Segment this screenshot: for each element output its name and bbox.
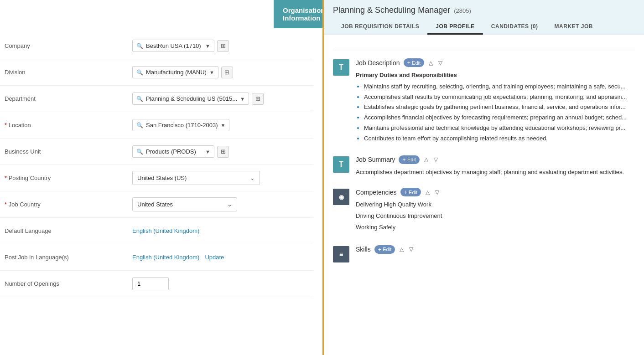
location-dropdown-arrow: ▼	[221, 123, 226, 128]
competency-2: Working Safely	[356, 223, 635, 232]
competencies-down-btn[interactable]: ▽	[434, 189, 440, 196]
number-of-openings-input[interactable]	[132, 277, 169, 290]
company-search-icon: 🔍	[136, 43, 143, 49]
job-summary-up-btn[interactable]: △	[423, 156, 429, 163]
company-select[interactable]: 🔍 BestRun USA (1710) ▼	[132, 40, 214, 52]
competency-0: Delivering High Quality Work	[356, 200, 635, 210]
department-row: Department 🔍 Planning & Scheduling US (5…	[0, 86, 313, 112]
job-country-control: United States ⌄	[132, 197, 313, 211]
location-value: San Francisco (1710-2003)	[146, 122, 218, 129]
job-title: Planning & Scheduling Manager	[333, 5, 450, 15]
business-unit-select[interactable]: 🔍 Products (PRODS) ▼	[132, 145, 214, 158]
company-label: Company	[5, 42, 132, 49]
post-job-language-update[interactable]: Update	[205, 254, 224, 261]
org-info-header: Organisational Information	[274, 0, 324, 28]
posting-country-label: Posting Country	[5, 175, 132, 181]
number-of-openings-label: Number of Openings	[5, 280, 132, 287]
skills-title-row: Skills Edit △ ▽	[356, 245, 635, 254]
posting-country-value: United States (US)	[137, 175, 187, 181]
job-description-title: Job Description	[356, 59, 400, 67]
job-summary-body: Job Summary Edit △ ▽ Accomplishes depart…	[356, 155, 635, 177]
company-dropdown-arrow: ▼	[205, 43, 210, 49]
competencies-up-btn[interactable]: △	[425, 189, 431, 196]
division-select[interactable]: 🔍 Manufacturing (MANU) ▼	[132, 66, 218, 78]
bullet-3: Accomplishes financial objectives by for…	[364, 113, 635, 123]
default-language-value[interactable]: English (United Kingdom)	[132, 227, 199, 234]
content-divider	[333, 49, 635, 49]
location-label: Location	[5, 122, 132, 129]
number-of-openings-row: Number of Openings	[0, 271, 313, 297]
business-unit-grid-btn[interactable]: ⊞	[217, 146, 229, 158]
division-grid-btn[interactable]: ⊞	[221, 67, 233, 78]
default-language-row: Default Language English (United Kingdom…	[0, 218, 313, 244]
business-unit-value: Products (PRODS)	[146, 148, 196, 155]
competency-1: Driving Continuous Improvement	[356, 211, 635, 221]
skills-title: Skills	[356, 246, 371, 253]
department-select[interactable]: 🔍 Planning & Scheduling US (5015... ▼	[132, 93, 249, 105]
job-summary-edit-btn[interactable]: Edit	[399, 155, 420, 164]
competencies-section: ◉ Competencies Edit △ ▽ Delivering High …	[333, 188, 635, 234]
skills-edit-btn[interactable]: Edit	[374, 245, 395, 254]
posting-country-row: Posting Country United States (US) ⌄	[0, 165, 313, 191]
job-description-section: T Job Description Edit △ ▽ Primary Dutie…	[333, 58, 635, 144]
posting-country-chevron: ⌄	[250, 175, 255, 181]
competencies-content: Delivering High Quality Work Driving Con…	[356, 200, 635, 232]
business-unit-control: 🔍 Products (PRODS) ▼ ⊞	[132, 145, 313, 158]
job-summary-content: Accomplishes department objectives by ma…	[356, 168, 635, 177]
job-description-down-btn[interactable]: ▽	[437, 60, 443, 66]
job-description-body: Job Description Edit △ ▽ Primary Duties …	[356, 58, 635, 144]
job-title-row: Planning & Scheduling Manager (2805)	[333, 5, 635, 15]
competencies-title: Competencies	[356, 189, 397, 196]
right-header: Planning & Scheduling Manager (2805) JOB…	[324, 0, 644, 35]
location-select[interactable]: 🔍 San Francisco (1710-2003) ▼	[132, 119, 229, 131]
tab-job-req-details[interactable]: JOB REQUISITION DETAILS	[333, 20, 427, 35]
job-description-heading: Primary Duties and Responsibilities	[356, 72, 457, 78]
division-label: Division	[5, 69, 132, 76]
competencies-title-row: Competencies Edit △ ▽	[356, 188, 635, 196]
job-id: (2805)	[454, 7, 471, 14]
skills-body: Skills Edit △ ▽	[356, 245, 635, 257]
job-description-icon: T	[333, 59, 349, 76]
job-description-title-row: Job Description Edit △ ▽	[356, 58, 635, 67]
posting-country-select[interactable]: United States (US) ⌄	[132, 171, 260, 185]
bullet-2: Establishes strategic goals by gathering…	[364, 103, 635, 112]
division-dropdown-arrow: ▼	[209, 70, 214, 75]
bullet-5: Contributes to team effort by accomplish…	[364, 134, 635, 144]
job-description-bullets: Maintains staff by recruiting, selecting…	[364, 82, 635, 144]
right-panel: Planning & Scheduling Manager (2805) JOB…	[324, 0, 644, 355]
job-summary-title-row: Job Summary Edit △ ▽	[356, 155, 635, 164]
company-value: BestRun USA (1710)	[146, 42, 201, 49]
department-grid-btn[interactable]: ⊞	[252, 93, 264, 105]
job-description-up-btn[interactable]: △	[428, 60, 434, 66]
division-value: Manufacturing (MANU)	[146, 69, 207, 76]
job-description-edit-btn[interactable]: Edit	[404, 58, 425, 67]
tab-market-job[interactable]: MARKET JOB	[546, 20, 601, 35]
right-content: T Job Description Edit △ ▽ Primary Dutie…	[324, 35, 644, 283]
department-dropdown-arrow: ▼	[240, 96, 245, 102]
competencies-edit-btn[interactable]: Edit	[400, 188, 421, 196]
bullet-0: Maintains staff by recruiting, selecting…	[364, 82, 635, 92]
competencies-body: Competencies Edit △ ▽ Delivering High Qu…	[356, 188, 635, 234]
job-summary-down-btn[interactable]: ▽	[433, 156, 439, 163]
tab-candidates[interactable]: CANDIDATES (0)	[483, 20, 546, 35]
company-control: 🔍 BestRun USA (1710) ▼ ⊞	[132, 40, 313, 52]
skills-down-btn[interactable]: ▽	[408, 246, 414, 252]
division-control: 🔍 Manufacturing (MANU) ▼ ⊞	[132, 66, 313, 78]
business-unit-label: Business Unit	[5, 148, 132, 155]
department-value: Planning & Scheduling US (5015...	[146, 95, 237, 102]
department-search-icon: 🔍	[136, 96, 143, 102]
posting-country-control: United States (US) ⌄	[132, 171, 313, 185]
job-country-row: Job Country United States ⌄	[0, 191, 313, 218]
business-unit-row: Business Unit 🔍 Products (PRODS) ▼ ⊞	[0, 139, 313, 165]
post-job-language-value[interactable]: English (United Kingdom)	[132, 254, 199, 261]
company-grid-btn[interactable]: ⊞	[217, 40, 229, 52]
tab-job-profile[interactable]: JOB PROFILE	[427, 20, 483, 35]
job-country-select[interactable]: United States ⌄	[132, 197, 237, 211]
department-control: 🔍 Planning & Scheduling US (5015... ▼ ⊞	[132, 93, 313, 105]
company-row: Company 🔍 BestRun USA (1710) ▼ ⊞	[0, 33, 313, 59]
skills-up-btn[interactable]: △	[399, 246, 405, 252]
post-job-language-control: English (United Kingdom) Update	[132, 254, 313, 261]
business-unit-dropdown-arrow: ▼	[205, 149, 210, 154]
department-label: Department	[5, 95, 132, 102]
job-country-chevron: ⌄	[227, 201, 232, 208]
